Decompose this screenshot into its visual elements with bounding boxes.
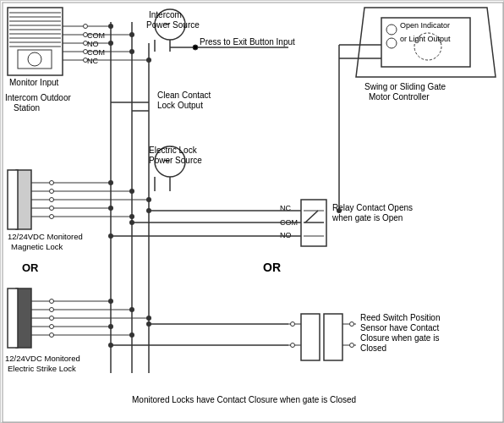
- svg-text:Electric Strike Lock: Electric Strike Lock: [8, 364, 76, 373]
- svg-rect-121: [324, 314, 342, 360]
- svg-text:Closed: Closed: [360, 343, 386, 353]
- intercom-outdoor-label: Intercom Outdoor: [5, 93, 71, 102]
- svg-text:Clean Contact: Clean Contact: [157, 91, 211, 100]
- svg-point-95: [129, 189, 134, 194]
- monitor-input-label: Monitor Input: [9, 78, 59, 87]
- svg-point-82: [50, 299, 54, 304]
- svg-point-125: [291, 343, 295, 348]
- svg-point-129: [350, 343, 354, 348]
- svg-point-96: [146, 197, 151, 202]
- svg-point-105: [129, 307, 134, 312]
- svg-text:NC: NC: [87, 57, 98, 65]
- svg-point-138: [129, 220, 134, 225]
- svg-rect-76: [8, 288, 18, 348]
- svg-point-137: [146, 208, 151, 213]
- svg-point-19: [84, 25, 88, 29]
- svg-text:Closure when gate is: Closure when gate is: [360, 333, 439, 343]
- svg-point-49: [146, 58, 151, 63]
- svg-rect-61: [8, 170, 18, 229]
- svg-text:Reed Switch Position: Reed Switch Position: [360, 313, 441, 322]
- svg-text:or Light Output: or Light Output: [400, 35, 451, 43]
- svg-text:Motor Controller: Motor Controller: [369, 92, 430, 102]
- svg-point-156: [337, 208, 342, 213]
- svg-point-47: [108, 41, 113, 46]
- svg-point-107: [108, 324, 113, 329]
- svg-text:Press to Exit Button Input: Press to Exit Button Input: [200, 37, 295, 47]
- svg-text:COM: COM: [87, 31, 105, 40]
- svg-text:Relay Contact Opens: Relay Contact Opens: [332, 203, 413, 212]
- svg-text:Magnetic Lock: Magnetic Lock: [11, 242, 63, 251]
- svg-text:Power Source: Power Source: [146, 20, 200, 30]
- svg-point-127: [350, 322, 354, 327]
- svg-point-69: [50, 198, 54, 202]
- svg-text:Intercom: Intercom: [149, 10, 182, 19]
- svg-point-142: [146, 321, 151, 327]
- svg-point-83: [50, 308, 54, 312]
- svg-text:when gate is Open: when gate is Open: [331, 213, 403, 222]
- svg-text:Electric Lock: Electric Lock: [149, 146, 198, 155]
- svg-text:12/24VDC Monitored: 12/24VDC Monitored: [5, 354, 80, 363]
- svg-point-68: [50, 190, 54, 194]
- svg-point-48: [129, 49, 134, 54]
- svg-text:NO: NO: [87, 40, 99, 48]
- svg-point-104: [108, 299, 113, 304]
- wiring-diagram: Monitor Input Intercom Outdoor Station C…: [0, 0, 504, 423]
- svg-rect-120: [301, 314, 320, 360]
- svg-text:OR: OR: [263, 261, 281, 274]
- svg-point-106: [146, 316, 151, 321]
- svg-text:Power Source: Power Source: [149, 156, 202, 165]
- svg-text:Lock Output: Lock Output: [157, 101, 203, 110]
- svg-point-71: [50, 215, 54, 219]
- svg-point-70: [50, 206, 54, 211]
- svg-point-12: [28, 52, 41, 66]
- svg-point-67: [50, 181, 54, 185]
- svg-text:Sensor have Contact: Sensor have Contact: [360, 323, 440, 332]
- svg-point-84: [50, 316, 54, 321]
- svg-point-85: [50, 325, 54, 329]
- svg-point-98: [129, 214, 134, 219]
- svg-point-45: [108, 24, 113, 29]
- svg-text:12/24VDC Monitored: 12/24VDC Monitored: [8, 232, 83, 241]
- svg-point-97: [108, 206, 113, 211]
- svg-point-46: [129, 32, 134, 37]
- svg-point-123: [291, 322, 295, 327]
- svg-point-94: [108, 180, 113, 185]
- svg-text:Monitored Locks have Contact C: Monitored Locks have Contact Closure whe…: [132, 395, 356, 404]
- svg-text:Open Indicator: Open Indicator: [400, 21, 450, 30]
- svg-point-86: [50, 333, 54, 338]
- svg-point-35: [193, 45, 198, 50]
- svg-text:NO: NO: [280, 231, 292, 239]
- svg-point-147: [386, 38, 397, 48]
- svg-point-146: [386, 25, 397, 35]
- svg-text:COM: COM: [87, 48, 105, 57]
- svg-point-139: [108, 233, 113, 239]
- svg-point-143: [108, 343, 113, 348]
- svg-text:Swing or Sliding Gate: Swing or Sliding Gate: [364, 82, 446, 91]
- svg-point-108: [129, 332, 134, 338]
- svg-text:Station: Station: [14, 103, 40, 113]
- svg-text:OR: OR: [22, 261, 39, 274]
